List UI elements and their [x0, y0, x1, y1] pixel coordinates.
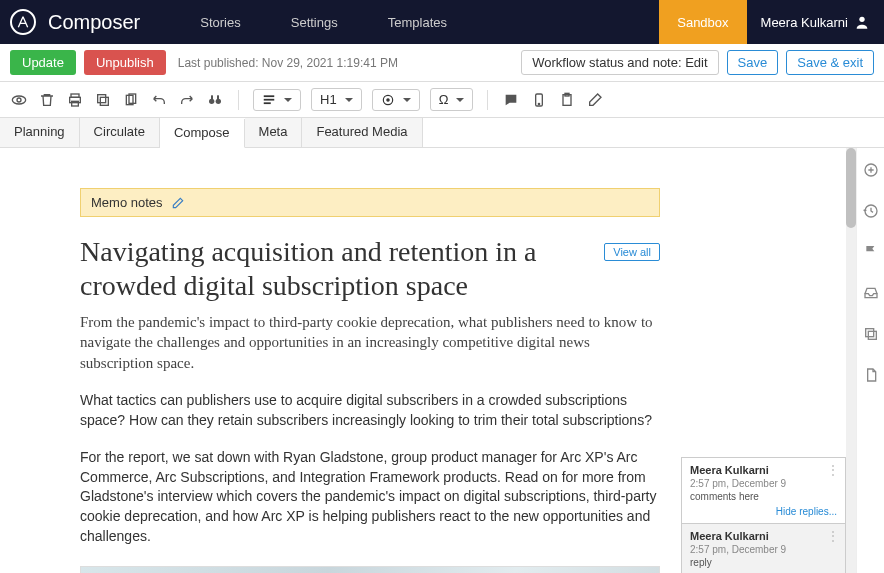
flag-icon[interactable]	[863, 244, 879, 263]
inbox-icon[interactable]	[863, 285, 879, 304]
editor-toolbar: H1 Ω	[0, 82, 884, 118]
document: Memo notes View all Navigating acquisiti…	[0, 148, 700, 573]
save-exit-button[interactable]: Save & exit	[786, 50, 874, 75]
tab-circulate[interactable]: Circulate	[80, 118, 160, 147]
brand-name: Composer	[48, 11, 140, 34]
mobile-icon[interactable]	[530, 91, 548, 109]
article-subhead[interactable]: From the pandemic's impact to third-part…	[80, 312, 660, 373]
nav-links: Stories Settings Templates	[200, 15, 659, 30]
paste-icon[interactable]	[558, 91, 576, 109]
svg-point-11	[216, 98, 221, 103]
sandbox-badge[interactable]: Sandbox	[659, 0, 746, 44]
svg-point-0	[859, 17, 864, 22]
undo-icon[interactable]	[150, 91, 168, 109]
svg-rect-13	[217, 95, 219, 99]
tab-planning[interactable]: Planning	[0, 118, 80, 147]
memo-notes-bar[interactable]: Memo notes	[80, 188, 660, 217]
nav-link-templates[interactable]: Templates	[388, 15, 447, 30]
document-tabs: Planning Circulate Compose Meta Featured…	[0, 118, 884, 148]
user-icon	[854, 14, 870, 30]
article-paragraph[interactable]: What tactics can publishers use to acqui…	[80, 391, 660, 430]
workflow-button[interactable]: Workflow status and note: Edit	[521, 50, 718, 75]
svg-point-1	[12, 96, 25, 104]
svg-rect-16	[264, 102, 271, 104]
copy-icon[interactable]	[94, 91, 112, 109]
nav-link-stories[interactable]: Stories	[200, 15, 240, 30]
svg-rect-14	[264, 95, 275, 97]
tab-meta[interactable]: Meta	[245, 118, 303, 147]
comment-card[interactable]: ⋮ Meera Kulkarni 2:57 pm, December 9 com…	[681, 457, 846, 524]
history-icon[interactable]	[863, 203, 879, 222]
svg-point-10	[209, 98, 214, 103]
update-button[interactable]: Update	[10, 50, 76, 75]
comments-panel: ⋮ Meera Kulkarni 2:57 pm, December 9 com…	[681, 458, 846, 573]
print-icon[interactable]	[66, 91, 84, 109]
save-button[interactable]: Save	[727, 50, 779, 75]
article-headline[interactable]: Navigating acquisition and retention in …	[80, 235, 560, 302]
comment-body: reply	[690, 557, 837, 568]
trash-icon[interactable]	[38, 91, 56, 109]
block-type-dropdown[interactable]	[253, 89, 301, 111]
comment-menu-icon[interactable]: ⋮	[827, 530, 839, 542]
user-menu[interactable]: Meera Kulkarni	[747, 14, 884, 30]
action-bar: Update Unpublish Last published: Nov 29,…	[0, 44, 884, 82]
brand-logo[interactable]	[10, 9, 36, 35]
top-nav: Composer Stories Settings Templates Sand…	[0, 0, 884, 44]
comment-body: comments here	[690, 491, 837, 502]
editor-scroll[interactable]: Memo notes View all Navigating acquisiti…	[0, 148, 846, 573]
comment-author: Meera Kulkarni	[690, 464, 837, 476]
svg-rect-15	[264, 98, 275, 100]
svg-rect-7	[98, 94, 106, 102]
featured-image-block[interactable]: Published	[80, 566, 660, 573]
svg-rect-25	[865, 329, 873, 337]
svg-point-2	[17, 98, 21, 102]
duplicate-icon[interactable]	[122, 91, 140, 109]
comment-icon[interactable]	[502, 91, 520, 109]
right-rail	[856, 148, 884, 573]
view-all-button[interactable]: View all	[604, 243, 660, 261]
comment-card-reply[interactable]: ⋮ Meera Kulkarni 2:57 pm, December 9 rep…	[681, 523, 846, 573]
tab-featured-media[interactable]: Featured Media	[302, 118, 422, 147]
article-paragraph[interactable]: For the report, we sat down with Ryan Gl…	[80, 448, 660, 546]
svg-point-18	[386, 98, 388, 100]
scrollbar-thumb[interactable]	[846, 148, 856, 228]
special-char-dropdown[interactable]: Ω	[430, 88, 474, 111]
nav-link-settings[interactable]: Settings	[291, 15, 338, 30]
view-icon[interactable]	[10, 91, 28, 109]
user-name: Meera Kulkarni	[761, 15, 848, 30]
heading-dropdown[interactable]: H1	[311, 88, 362, 111]
comment-author: Meera Kulkarni	[690, 530, 837, 542]
edit-icon[interactable]	[171, 196, 185, 210]
content-area: Memo notes View all Navigating acquisiti…	[0, 148, 884, 573]
memo-label: Memo notes	[91, 195, 163, 210]
comment-menu-icon[interactable]: ⋮	[827, 464, 839, 476]
comment-time: 2:57 pm, December 9	[690, 544, 837, 555]
svg-rect-12	[211, 95, 213, 99]
svg-rect-24	[868, 331, 876, 339]
comment-time: 2:57 pm, December 9	[690, 478, 837, 489]
align-dropdown[interactable]	[372, 89, 420, 111]
last-published-label: Last published: Nov 29, 2021 1:19:41 PM	[178, 56, 398, 70]
add-icon[interactable]	[863, 162, 879, 181]
document-icon[interactable]	[863, 367, 879, 386]
svg-rect-6	[100, 97, 108, 105]
tab-compose[interactable]: Compose	[160, 119, 245, 148]
unpublish-button[interactable]: Unpublish	[84, 50, 166, 75]
eraser-icon[interactable]	[586, 91, 604, 109]
redo-icon[interactable]	[178, 91, 196, 109]
svg-point-20	[539, 103, 540, 104]
binoculars-icon[interactable]	[206, 91, 224, 109]
scrollbar[interactable]	[846, 148, 856, 573]
hide-replies-link[interactable]: Hide replies...	[690, 506, 837, 517]
copy-rail-icon[interactable]	[863, 326, 879, 345]
